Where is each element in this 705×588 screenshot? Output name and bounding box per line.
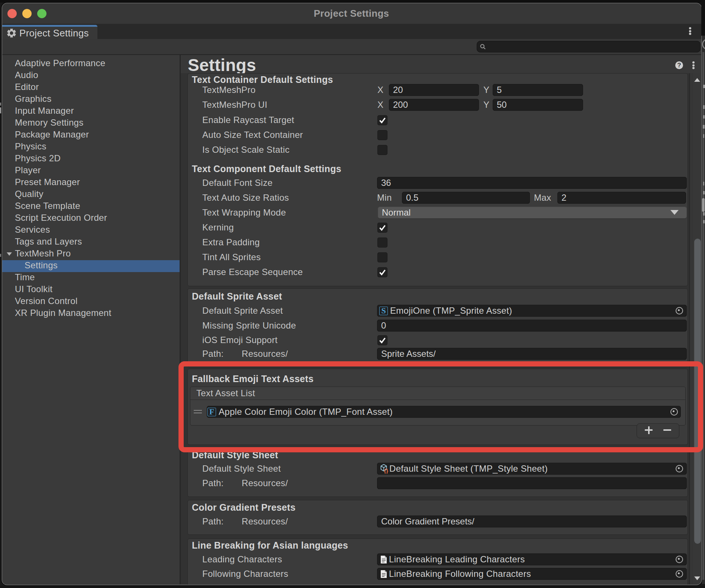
svg-text:{}: {} [384,468,389,474]
